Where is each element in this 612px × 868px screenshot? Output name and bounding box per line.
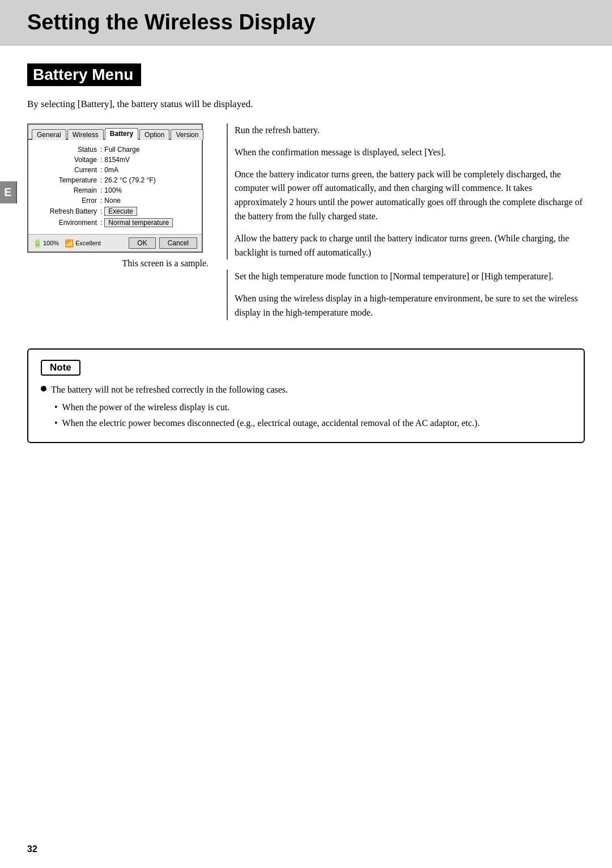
note-sub-2: When the electric power becomes disconne… — [54, 416, 571, 431]
dialog-status: 🔋 100% 📶 Excellent — [33, 239, 101, 248]
signal-icon: 📶 — [65, 239, 74, 248]
value-remain: 100% — [104, 186, 122, 194]
label-voltage: Voltage — [35, 156, 100, 164]
row-temperature: Temperature : 26.2 °C (79.2 °F) — [35, 176, 195, 184]
battery-status: 🔋 100% — [33, 239, 59, 248]
desc-battery-discharge: Once the battery indicator turns green, … — [235, 168, 585, 224]
tab-general[interactable]: General — [32, 129, 66, 140]
value-error: None — [104, 197, 121, 205]
dialog-body: Status : Full Charge Voltage : 8154mV Cu… — [28, 140, 202, 234]
tab-wireless[interactable]: Wireless — [67, 129, 104, 140]
section-heading-wrap: Battery Menu — [27, 63, 141, 86]
two-column-layout: General Wireless Battery Option Version … — [27, 124, 585, 328]
row-environment: Environment : Normal temperature — [35, 218, 195, 227]
environment-select[interactable]: Normal temperature — [104, 218, 173, 227]
section-heading: Battery Menu — [27, 63, 141, 86]
tab-version[interactable]: Version — [171, 129, 203, 140]
ok-button[interactable]: OK — [129, 237, 155, 249]
tab-option[interactable]: Option — [139, 129, 169, 140]
row-refresh: Refresh Battery : Execute — [35, 207, 195, 216]
desc-charge-until: Allow the battery pack to charge until t… — [235, 232, 585, 260]
execute-button[interactable]: Execute — [104, 207, 137, 216]
note-sub-1: When the power of the wireless display i… — [54, 400, 571, 415]
battery-dialog: General Wireless Battery Option Version … — [27, 124, 203, 253]
desc-confirmation: When the confirmation message is display… — [235, 146, 585, 160]
desc-run-refresh: Run the refresh battery. — [235, 124, 585, 138]
page-number: 32 — [27, 844, 37, 854]
note-sub-1-text: When the power of the wireless display i… — [62, 400, 230, 415]
desc-set-temp: Set the high temperature mode function t… — [235, 270, 585, 284]
row-status: Status : Full Charge — [35, 146, 195, 154]
bullet-circle-icon — [41, 386, 46, 392]
note-box: Note The battery will not be refreshed c… — [27, 348, 585, 443]
section-tab-e: E — [0, 181, 17, 203]
tab-battery[interactable]: Battery — [105, 128, 138, 140]
value-status: Full Charge — [104, 146, 139, 154]
value-temperature: 26.2 °C (79.2 °F) — [104, 176, 155, 184]
dialog-tabs: General Wireless Battery Option Version — [28, 125, 202, 140]
dialog-column: General Wireless Battery Option Version … — [27, 124, 209, 269]
environment-description-section: Set the high temperature mode function t… — [227, 270, 585, 320]
row-current: Current : 0mA — [35, 166, 195, 174]
battery-icon-symbol: 🔋 — [33, 239, 42, 248]
value-current: 0mA — [104, 166, 118, 174]
page-title: Setting the Wireless Display — [27, 10, 585, 35]
sample-caption: This screen is a sample. — [27, 258, 209, 269]
refresh-description-section: Run the refresh battery. When the confir… — [227, 124, 585, 259]
note-main-text: The battery will not be refreshed correc… — [51, 382, 288, 397]
content-area: Battery Menu By selecting [Battery], the… — [0, 45, 612, 466]
note-sub-items: When the power of the wireless display i… — [41, 400, 571, 430]
row-voltage: Voltage : 8154mV — [35, 156, 195, 164]
note-list: The battery will not be refreshed correc… — [41, 382, 571, 431]
label-status: Status — [35, 146, 100, 154]
signal-label: Excellent — [75, 240, 101, 246]
label-refresh: Refresh Battery — [35, 207, 100, 215]
battery-percent: 100% — [43, 240, 59, 246]
label-remain: Remain — [35, 186, 100, 194]
page: E Setting the Wireless Display Battery M… — [0, 0, 612, 868]
value-voltage: 8154mV — [104, 156, 130, 164]
desc-high-temp-usage: When using the wireless display in a hig… — [235, 292, 585, 320]
note-main-bullet: The battery will not be refreshed correc… — [41, 382, 571, 397]
note-heading: Note — [41, 360, 80, 376]
label-current: Current — [35, 166, 100, 174]
signal-status: 📶 Excellent — [65, 239, 101, 248]
page-title-band: Setting the Wireless Display — [0, 0, 612, 45]
row-error: Error : None — [35, 197, 195, 205]
note-sub-2-text: When the electric power becomes disconne… — [62, 416, 480, 431]
label-temperature: Temperature — [35, 176, 100, 184]
label-error: Error — [35, 197, 100, 205]
dialog-footer: 🔋 100% 📶 Excellent OK Cancel — [28, 234, 202, 252]
cancel-button[interactable]: Cancel — [159, 237, 197, 249]
label-environment: Environment — [35, 219, 100, 227]
intro-text: By selecting [Battery], the battery stat… — [27, 99, 585, 110]
dialog-action-buttons: OK Cancel — [129, 237, 197, 249]
description-column: Run the refresh battery. When the confir… — [227, 124, 585, 328]
row-remain: Remain : 100% — [35, 186, 195, 194]
